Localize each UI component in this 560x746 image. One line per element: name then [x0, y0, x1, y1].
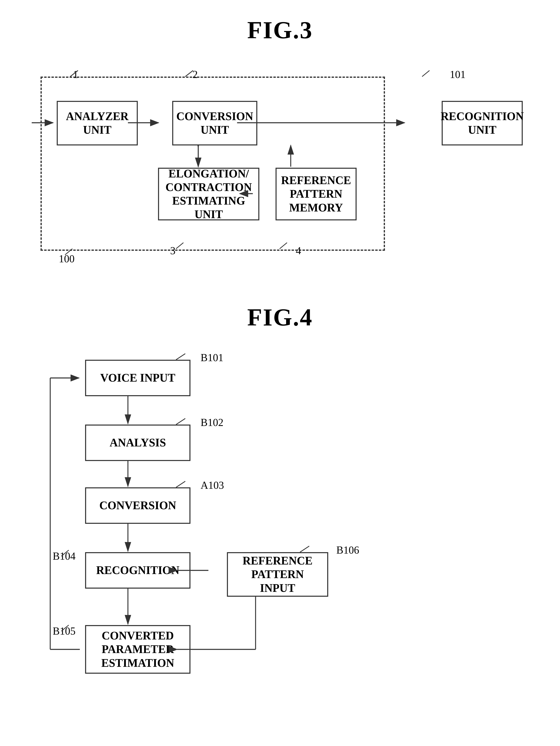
- recognition-unit-label: RECOGNITION UNIT: [441, 110, 524, 137]
- svg-line-32: [300, 546, 309, 552]
- ref-b104: B104: [53, 550, 76, 562]
- analyzer-unit-label: ANALYZER UNIT: [66, 110, 129, 137]
- svg-line-27: [176, 354, 186, 360]
- elongation-unit-box: ELONGATION/ CONTRACTION ESTIMATING UNIT: [158, 168, 259, 220]
- ref-a103: A103: [201, 479, 224, 491]
- conversion-unit-label: CONVERSION UNIT: [176, 110, 253, 137]
- ref-label-3: 3: [170, 245, 175, 257]
- page: FIG.3 ANALYZER UNIT CONVERSION UNIT ELON…: [0, 0, 560, 746]
- svg-line-28: [176, 419, 186, 425]
- ref-label-101: 101: [450, 68, 466, 80]
- converted-param-box: CONVERTED PARAMETER ESTIMATION: [85, 625, 191, 674]
- analysis-label: ANALYSIS: [110, 436, 166, 450]
- ref-b105: B105: [53, 625, 76, 637]
- analyzer-unit-box: ANALYZER UNIT: [57, 101, 138, 145]
- ref-label-2: 2: [193, 68, 198, 80]
- recognition-flow-label: RECOGNITION: [96, 564, 179, 577]
- conversion-flow-box: CONVERSION: [85, 487, 191, 524]
- voice-input-label: VOICE INPUT: [100, 371, 175, 385]
- svg-line-10: [185, 70, 193, 77]
- reference-memory-box: REFERENCE PATTERN MEMORY: [276, 168, 357, 220]
- converted-param-label: CONVERTED PARAMETER ESTIMATION: [86, 629, 190, 670]
- fig3-title: FIG.3: [24, 16, 536, 44]
- voice-input-box: VOICE INPUT: [85, 360, 191, 396]
- fig4-container: VOICE INPUT ANALYSIS CONVERSION RECOGNIT…: [24, 348, 536, 712]
- ref-pattern-input-box: REFERENCE PATTERN INPUT: [227, 552, 328, 597]
- ref-label-4: 4: [296, 245, 301, 257]
- conversion-flow-label: CONVERSION: [99, 499, 176, 512]
- ref-pattern-input-label: REFERENCE PATTERN INPUT: [228, 554, 327, 595]
- conversion-unit-box: CONVERSION UNIT: [172, 101, 257, 145]
- elongation-unit-label: ELONGATION/ CONTRACTION ESTIMATING UNIT: [159, 167, 258, 221]
- fig4-title: FIG.4: [24, 304, 536, 332]
- fig3-container: ANALYZER UNIT CONVERSION UNIT ELONGATION…: [24, 60, 536, 263]
- ref-b106: B106: [336, 544, 359, 556]
- svg-line-14: [422, 70, 429, 77]
- reference-memory-label: REFERENCE PATTERN MEMORY: [277, 174, 356, 214]
- ref-label-1: 1: [73, 68, 78, 80]
- analysis-box: ANALYSIS: [85, 425, 191, 461]
- ref-b101: B101: [201, 352, 223, 364]
- svg-line-29: [176, 481, 186, 487]
- recognition-unit-box: RECOGNITION UNIT: [442, 101, 523, 145]
- ref-label-100: 100: [59, 253, 75, 265]
- ref-b102: B102: [201, 417, 223, 428]
- recognition-flow-box: RECOGNITION: [85, 552, 191, 589]
